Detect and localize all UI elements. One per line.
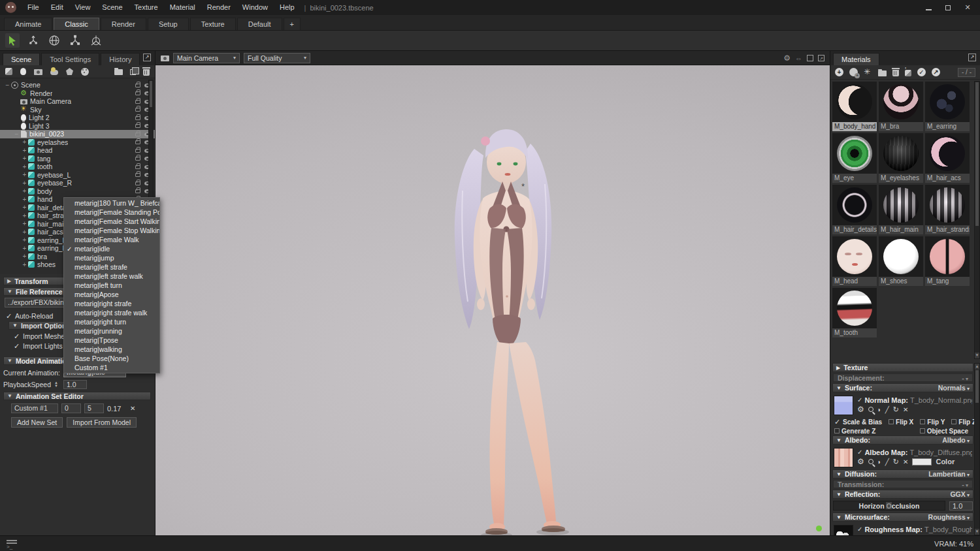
menubar-item[interactable]: Help — [274, 0, 301, 15]
map-clear-icon[interactable] — [903, 458, 908, 465]
viewport-canvas[interactable]: * — [155, 65, 830, 535]
add-mesh-icon[interactable] — [66, 68, 73, 75]
tree-expander[interactable]: + — [21, 187, 28, 195]
add-light-icon[interactable] — [20, 68, 26, 75]
delete-set-button[interactable] — [130, 405, 135, 412]
map-clear-icon[interactable] — [903, 405, 908, 413]
panel-popout-icon[interactable] — [143, 54, 151, 61]
assign-material-icon[interactable] — [905, 70, 911, 76]
duplicate-icon[interactable] — [130, 69, 136, 75]
map-pick-icon[interactable] — [877, 405, 881, 413]
material-tile[interactable]: M_bra — [879, 82, 923, 131]
animation-menu-item[interactable]: metarig|Female Walk — [64, 235, 159, 244]
albedo-mode-dropdown[interactable]: Albedo — [942, 436, 970, 444]
animation-menu-item[interactable]: metarig|left strafe walk — [64, 272, 159, 281]
lock-icon[interactable] — [135, 173, 140, 177]
material-tile[interactable]: M_head — [832, 236, 877, 286]
refresh-materials-icon[interactable] — [864, 68, 872, 76]
workspace-tab[interactable]: Render — [101, 18, 146, 30]
material-tile[interactable]: M_tooth — [832, 288, 877, 338]
map-settings-gear-icon[interactable] — [857, 457, 864, 466]
tree-expander[interactable]: − — [13, 131, 20, 138]
scene-tree-row[interactable]: − bikini_0023 — [0, 130, 155, 138]
universal-tool-button[interactable] — [89, 33, 103, 48]
playback-speed-field[interactable]: 1.0 — [63, 380, 87, 389]
lock-icon[interactable] — [135, 124, 140, 128]
surface-checkbox[interactable]: Object Space — [920, 428, 968, 435]
menubar-item[interactable]: File — [22, 0, 45, 15]
delete-material-icon[interactable] — [892, 70, 899, 76]
tree-expander[interactable]: + — [21, 212, 28, 219]
add-object-icon[interactable] — [5, 68, 12, 75]
lock-icon[interactable] — [135, 84, 140, 87]
tree-expander[interactable]: + — [21, 138, 28, 146]
animation-menu-item[interactable]: metarig|right strafe — [64, 299, 159, 308]
left-panel-tab[interactable]: History — [101, 53, 140, 65]
animation-menu-item[interactable]: metarig|Tpose — [64, 336, 159, 345]
import-from-model-button[interactable]: Import From Model — [67, 417, 137, 428]
material-tile[interactable]: M_eyelashes — [879, 133, 923, 183]
tree-expander[interactable]: + — [21, 204, 28, 211]
animation-menu-item[interactable]: metarig|running — [64, 326, 159, 336]
tree-expander[interactable]: + — [21, 228, 28, 236]
viewport-settings-gear-icon[interactable] — [783, 54, 791, 63]
stepper-icon[interactable]: ▲▼ — [54, 381, 60, 389]
menubar-item[interactable]: Material — [164, 0, 201, 15]
animation-menu-item[interactable]: metarig|right strafe walk — [64, 308, 159, 317]
displacement-row[interactable]: Displacement: - — [833, 373, 973, 382]
lock-icon[interactable] — [135, 133, 140, 136]
slider-handle[interactable] — [886, 502, 892, 509]
workspace-tab[interactable]: Animate — [4, 18, 52, 30]
frame-icon[interactable] — [807, 55, 813, 61]
menubar-item[interactable]: Scene — [96, 0, 128, 15]
workspace-tab[interactable]: Default — [237, 18, 282, 30]
map-reload-icon[interactable] — [893, 405, 899, 414]
animation-menu-item[interactable]: metarig|Female Start Walking — [64, 217, 159, 226]
left-panel-tab[interactable]: Scene — [3, 53, 40, 65]
menubar-item[interactable]: Edit — [45, 0, 69, 15]
scene-tree-row[interactable]: Light 2 — [0, 114, 155, 122]
apply-material-icon[interactable]: ✓ — [917, 68, 926, 76]
animation-menu-item[interactable]: metarig|Apose — [64, 290, 159, 299]
scene-tree-row[interactable]: + tang — [0, 155, 155, 163]
map-search-icon[interactable] — [868, 407, 874, 412]
map-settings-gear-icon[interactable] — [857, 405, 864, 414]
tree-expander[interactable]: + — [21, 196, 28, 203]
workspace-tab[interactable]: Classic — [54, 18, 99, 30]
reflection-section-header[interactable]: ▼ Reflection: GGX — [832, 490, 973, 499]
animation-menu-item[interactable]: metarig|walking — [64, 345, 159, 354]
tree-expander[interactable]: + — [21, 163, 28, 170]
scene-tree-row[interactable]: Sky — [0, 106, 155, 114]
tree-expander[interactable]: + — [21, 147, 28, 154]
delete-icon[interactable] — [143, 69, 150, 76]
workspace-tab[interactable]: Setup — [148, 18, 189, 30]
material-tile[interactable]: M_body_hand — [832, 82, 877, 131]
lock-icon[interactable] — [135, 116, 140, 120]
roughness-map-thumbnail[interactable] — [834, 525, 853, 535]
lock-icon[interactable] — [135, 140, 140, 144]
diffusion-mode-dropdown[interactable]: Lambertian — [928, 470, 970, 478]
new-material-icon[interactable]: + — [835, 68, 843, 76]
scale-tool-button[interactable] — [68, 33, 82, 48]
animation-set-editor-header[interactable]: ▼ Animation Set Editor — [3, 392, 151, 400]
workspace-tab[interactable]: Texture — [190, 18, 236, 30]
animation-menu-item[interactable]: metarig|180 Turn W_ Briefcase — [64, 198, 159, 208]
tree-expander[interactable]: + — [21, 220, 28, 227]
lock-icon[interactable] — [135, 149, 140, 153]
menubar-item[interactable]: Render — [201, 0, 237, 15]
tree-expander[interactable]: + — [21, 236, 28, 244]
move-tool-button[interactable] — [26, 33, 41, 48]
split-view-icon[interactable]: ⇔ — [795, 54, 802, 62]
lock-icon[interactable] — [135, 189, 140, 193]
surface-checkbox[interactable]: Flip Y — [920, 418, 945, 426]
tree-expander[interactable]: + — [21, 155, 28, 162]
add-camera-icon[interactable] — [34, 69, 42, 75]
share-material-icon[interactable]: ↗ — [932, 68, 940, 76]
folder-icon[interactable] — [114, 69, 123, 75]
add-new-set-button[interactable]: Add New Set — [11, 417, 63, 428]
animation-menu-item[interactable]: metarig|idle — [64, 244, 159, 253]
add-material-sphere-icon[interactable] — [849, 68, 858, 76]
material-tile[interactable]: M_shoes — [879, 236, 923, 286]
surface-checkbox[interactable]: Flip X — [889, 418, 913, 426]
material-folder-icon[interactable] — [878, 71, 887, 76]
